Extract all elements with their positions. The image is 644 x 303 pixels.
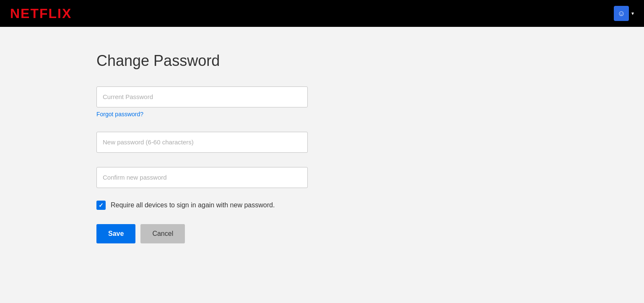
- require-signout-checkbox-wrapper[interactable]: [96, 201, 106, 210]
- form-buttons: Save Cancel: [96, 224, 644, 243]
- confirm-password-input[interactable]: [96, 167, 308, 188]
- require-signout-label: Require all devices to sign in again wit…: [111, 201, 275, 209]
- forgot-password-link[interactable]: Forgot password?: [96, 111, 644, 118]
- save-button[interactable]: Save: [96, 224, 135, 243]
- page-title: Change Password: [96, 52, 644, 70]
- current-password-input[interactable]: [96, 86, 308, 107]
- change-password-form: Forgot password? Require all devices to …: [96, 86, 644, 243]
- profile-dropdown[interactable]: ☺ ▾: [614, 6, 634, 21]
- confirm-password-group: [96, 167, 644, 188]
- require-signout-group: Require all devices to sign in again wit…: [96, 201, 644, 210]
- new-password-input[interactable]: [96, 132, 308, 153]
- chevron-down-icon: ▾: [631, 10, 634, 16]
- cancel-button[interactable]: Cancel: [140, 224, 185, 243]
- current-password-group: Forgot password?: [96, 86, 644, 118]
- navbar: NETFLIX ☺ ▾: [0, 0, 644, 27]
- main-content: Change Password Forgot password? Require…: [0, 27, 644, 269]
- new-password-group: [96, 132, 644, 153]
- avatar: ☺: [614, 6, 629, 21]
- netflix-logo: NETFLIX: [10, 6, 72, 21]
